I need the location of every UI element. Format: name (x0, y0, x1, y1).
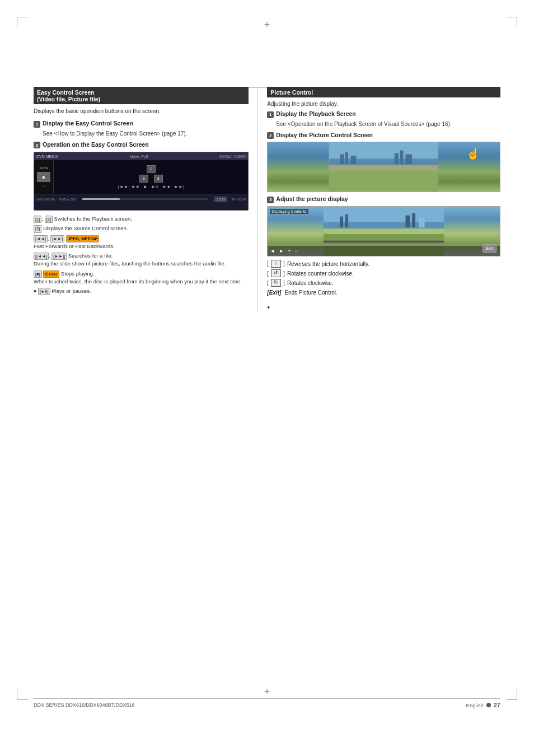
ctrl-bracket-open-1: [ (267, 260, 269, 268)
device-control-row: |◄◄ ◄◄ ■ ►II ►► ►►| (118, 184, 184, 189)
op-desc-5b: When touched twice, the disc is played f… (34, 278, 242, 284)
op-item-5: [■] ⊙Disc Stops playing. When touched tw… (34, 270, 249, 286)
footer-right: English 27 (466, 702, 500, 708)
op-desc-4b: During the slide show of picture files, … (34, 260, 226, 267)
op-badge-4: [◄◄] (34, 235, 48, 242)
right-step1-title: Display the Playback Screen (276, 110, 355, 117)
step1-num: 1 (34, 121, 40, 128)
device-btn-1[interactable]: 1 (147, 165, 156, 173)
footer-left-text: DDX SERIES DDX616/DDX6046BT/DDX516 (34, 702, 135, 708)
svg-rect-9 (406, 155, 413, 165)
left-section-header-text: Easy Control Screen (Video file, Picture… (37, 89, 100, 102)
step1-label: 1 Display the Easy Control Screen (34, 120, 249, 128)
right-step2-title: Display the Picture Control Screen (276, 132, 373, 138)
icon-ctrl-list: [ ↑ ] Reverses the picture horizontally.… (267, 260, 500, 297)
device-avout-label: AV/Out: VIDEO (219, 155, 246, 158)
device-left-panel: SLBN ■ ▪▪ (34, 160, 54, 194)
op-badge-9: [►II] (38, 288, 50, 295)
right-step1-label: 1 Display the Playback Screen (267, 110, 500, 118)
photo1: ☝ (267, 142, 500, 192)
op-badge-5: [►►] (50, 235, 64, 242)
device-stop-btn[interactable]: ■ (144, 184, 147, 189)
center-cross-top (264, 19, 270, 31)
device-progress-fill (82, 198, 120, 200)
ctrl-btn-plus[interactable]: + (288, 248, 291, 254)
op-badge-disc: ⊙Disc (43, 270, 59, 278)
center-cross-bottom (264, 686, 270, 698)
op-item-1: [1], [2] Switches to the Playback screen… (34, 215, 249, 223)
device-time: 3:223 (214, 197, 227, 202)
op-badge-7: [►►|] (51, 253, 67, 260)
right-step1-body: See <Operation on the Playback Screen of… (276, 120, 500, 128)
svg-rect-8 (400, 151, 404, 164)
device-btn-3[interactable]: 3 (154, 175, 163, 183)
ctrl-desc-4: Ends Picture Control. (284, 288, 338, 297)
svg-rect-5 (345, 152, 348, 165)
op-badge-format: JPEG, MPEG4* (66, 235, 99, 242)
left-column: Easy Control Screen (Video file, Picture… (34, 87, 257, 311)
device-screen: DVD MEDIA Mode: Full AV/Out: VIDEO SLBN … (34, 152, 249, 211)
ctrl-bracket-open-3: [ (267, 279, 269, 287)
op-item-3: [◄◄], [►►] JPEG, MPEG4* Fast Forwards or… (34, 235, 249, 251)
svg-rect-15 (345, 214, 348, 227)
op-badge-2: [2] (45, 216, 53, 223)
step2-num: 2 (34, 142, 40, 148)
step1-title: Display the Easy Control Screen (43, 120, 133, 127)
op-desc-6: [►II] Plays or pauses. (38, 287, 91, 295)
photo-ctrl-bar: ◄ ► + − (268, 246, 500, 256)
right-step3-label: 3 Adjust the picture display (267, 195, 500, 203)
svg-rect-4 (340, 155, 344, 165)
right-step1-num: 1 (267, 111, 274, 118)
photo2: Displaying Contents ◄ ► + − Exit (267, 206, 500, 256)
device-play-btn[interactable]: ►II (151, 184, 158, 189)
op-badge-8: [■] (34, 270, 42, 278)
ctrl-btn-left[interactable]: ◄ (270, 248, 275, 254)
svg-rect-14 (340, 216, 343, 227)
ctrl-desc-2: Rotates counter clockwise. (287, 269, 354, 278)
op-desc-5a: Stops playing. (61, 270, 95, 277)
op-desc-1: Switches to the Playback screen. (54, 216, 132, 222)
flip-icon: ↑ (271, 260, 281, 268)
device-ff-btn[interactable]: ►► (162, 184, 171, 189)
svg-rect-7 (395, 153, 399, 165)
displaying-label: Displaying Contents (270, 209, 308, 214)
right-column: Picture Control Adjusting the picture di… (257, 87, 500, 311)
op-desc-2: Displays the Source Control screen. (43, 225, 128, 231)
device-mode-label: Mode: Full (129, 155, 148, 158)
device-prev-btn[interactable]: |◄◄ (118, 184, 128, 189)
op-badge-6: [|◄◄] (34, 253, 49, 260)
step2-title: Operation on the Easy Control Screen (43, 141, 149, 148)
ctrl-item-1: [ ↑ ] Reverses the picture horizontally. (267, 260, 500, 268)
device-center-btns: 1 2 3 |◄◄ ◄◄ ■ ►II ►► ►►| (54, 163, 248, 192)
op-badge-1: [1] (34, 216, 41, 223)
corner-mark-bl (17, 689, 28, 700)
svg-rect-18 (419, 217, 425, 227)
right-section-intro: Adjusting the picture display. (267, 101, 500, 107)
device-dvd-label: DVD MEDIA (36, 155, 58, 158)
right-step2-num: 2 (267, 132, 274, 139)
op-item-2: [3] Displays the Source Control screen. (34, 225, 249, 232)
ctrl-btn-right[interactable]: ► (279, 248, 284, 254)
device-next-btn[interactable]: ►►| (174, 184, 184, 189)
op-item-6: • [►II] Plays or pauses. (34, 287, 249, 295)
ctrl-desc-1: Reverses the picture horizontally. (287, 260, 369, 268)
footer: DDX SERIES DDX616/DDX6046BT/DDX516 Engli… (34, 698, 500, 708)
right-section-header: Picture Control (267, 87, 500, 97)
corner-mark-br (506, 689, 517, 700)
ctrl-btn-minus[interactable]: − (294, 248, 297, 254)
device-btn-row-2: 2 3 (139, 175, 163, 183)
exit-button[interactable]: Exit (483, 244, 496, 253)
ctrl-bracket-close-2: ] (283, 269, 285, 278)
step1-body: See <How to Display the Easy Control Scr… (43, 129, 249, 138)
device-top-bar: DVD MEDIA Mode: Full AV/Out: VIDEO (34, 152, 248, 160)
device-rew-btn[interactable]: ◄◄ (130, 184, 139, 189)
ctrl-item-4: [Exit] Ends Picture Control. (267, 288, 500, 297)
device-left-icon: ■ (37, 172, 50, 182)
right-bullet: • (267, 304, 270, 311)
device-btn-2[interactable]: 2 (139, 175, 148, 183)
op-badge-3: [3] (34, 225, 41, 232)
device-center-panel: 1 2 3 |◄◄ ◄◄ ■ ►II ►► ►►| (54, 160, 248, 194)
ctrl-bracket-close-1: ] (283, 260, 285, 268)
left-section-header: Easy Control Screen (Video file, Picture… (34, 87, 249, 104)
footer-lang: English (466, 702, 484, 708)
